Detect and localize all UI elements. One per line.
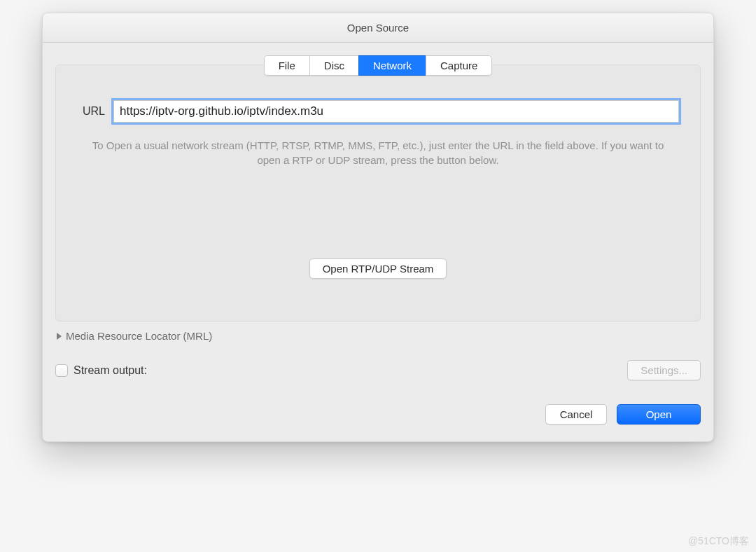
stream-output-label: Stream output:: [74, 364, 147, 377]
tab-network[interactable]: Network: [358, 55, 426, 76]
window-titlebar: Open Source: [43, 13, 713, 43]
mrl-disclosure[interactable]: Media Resource Locator (MRL): [55, 330, 701, 342]
watermark-text: @51CTO博客: [688, 535, 749, 548]
network-panel: URL To Open a usual network stream (HTTP…: [55, 64, 701, 322]
dialog-actions: Cancel Open: [55, 404, 701, 425]
url-input[interactable]: [113, 100, 679, 123]
tab-capture[interactable]: Capture: [426, 55, 492, 76]
url-row: URL: [77, 100, 679, 123]
open-rtp-udp-button[interactable]: Open RTP/UDP Stream: [309, 258, 447, 279]
open-button[interactable]: Open: [617, 404, 701, 425]
stream-settings-button[interactable]: Settings...: [627, 360, 701, 380]
stream-output-row: Stream output: Settings...: [55, 360, 701, 380]
window-title: Open Source: [347, 22, 409, 34]
url-label: URL: [77, 105, 105, 118]
stream-output-left: Stream output:: [55, 364, 147, 377]
network-help-text: To Open a usual network stream (HTTP, RT…: [77, 138, 679, 167]
source-tab-bar: File Disc Network Capture: [55, 55, 701, 76]
cancel-button[interactable]: Cancel: [545, 404, 607, 425]
segmented-group: File Disc Network Capture: [264, 55, 493, 76]
tab-disc[interactable]: Disc: [309, 55, 358, 76]
stream-output-checkbox[interactable]: [55, 364, 68, 377]
window-content: File Disc Network Capture URL To Open a …: [43, 43, 713, 441]
open-source-window: Open Source File Disc Network Capture UR…: [42, 13, 714, 442]
rtp-button-wrap: Open RTP/UDP Stream: [77, 258, 679, 279]
disclosure-triangle-icon: [57, 333, 62, 340]
mrl-label: Media Resource Locator (MRL): [66, 330, 212, 342]
tab-file[interactable]: File: [264, 55, 309, 76]
